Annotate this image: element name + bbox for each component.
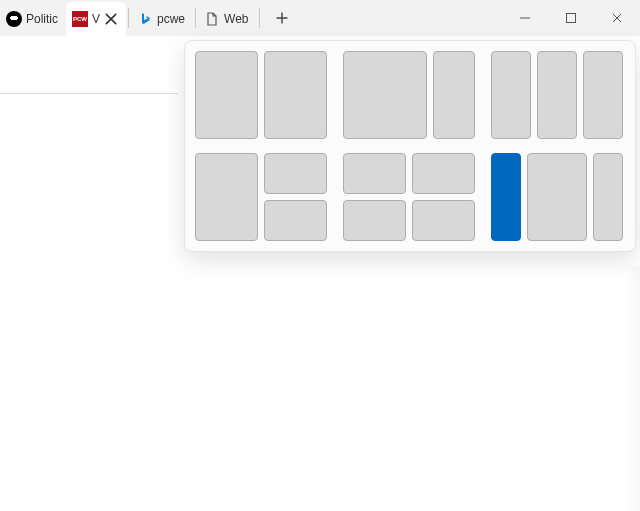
- snap-zone[interactable]: [433, 51, 475, 139]
- snap-layout-two-columns[interactable]: [195, 51, 327, 139]
- snap-layout-three-columns[interactable]: [491, 51, 623, 139]
- snap-zone[interactable]: [412, 200, 475, 241]
- snap-zone[interactable]: [412, 153, 475, 194]
- page-icon: [204, 11, 220, 27]
- toolbar-placeholder: [0, 36, 178, 94]
- snap-zone-selected[interactable]: [491, 153, 521, 241]
- tab-pcw[interactable]: PCW V: [66, 2, 126, 36]
- tab-label: V: [92, 12, 100, 26]
- svg-rect-0: [567, 14, 576, 23]
- snap-zone[interactable]: [343, 51, 427, 139]
- tab-separator: [195, 8, 196, 28]
- snap-zone[interactable]: [527, 153, 587, 241]
- new-tab-button[interactable]: [268, 4, 296, 32]
- vertical-scrollbar[interactable]: [626, 266, 640, 511]
- snap-layouts-flyout: [184, 40, 636, 252]
- abc-logo-icon: [6, 11, 22, 27]
- tab-label: Politic: [26, 12, 58, 26]
- snap-layout-quadrants[interactable]: [343, 153, 475, 241]
- snap-zone[interactable]: [491, 51, 531, 139]
- tab-bing-search[interactable]: pcwe: [131, 2, 193, 36]
- tab-separator: [259, 8, 260, 28]
- title-bar: Politic PCW V pcwe Web: [0, 0, 640, 36]
- content-area: [0, 36, 640, 511]
- snap-zone[interactable]: [583, 51, 623, 139]
- tab-separator: [128, 8, 129, 28]
- snap-zone[interactable]: [343, 200, 406, 241]
- close-tab-button[interactable]: [104, 12, 118, 26]
- maximize-button[interactable]: [548, 0, 594, 36]
- snap-layout-left-half-right-stack[interactable]: [195, 153, 327, 241]
- tab-label: Web: [224, 12, 248, 26]
- snap-zone[interactable]: [593, 153, 623, 241]
- snap-zone[interactable]: [195, 51, 258, 139]
- close-window-button[interactable]: [594, 0, 640, 36]
- tab-politics[interactable]: Politic: [0, 2, 66, 36]
- window-controls: [502, 0, 640, 36]
- snap-layout-narrow-wide-narrow[interactable]: [491, 153, 623, 241]
- bing-logo-icon: [137, 11, 153, 27]
- snap-zone[interactable]: [264, 153, 327, 194]
- snap-zone[interactable]: [195, 153, 258, 241]
- pcw-logo-icon: PCW: [72, 11, 88, 27]
- snap-layout-two-thirds-one-third[interactable]: [343, 51, 475, 139]
- snap-zone[interactable]: [264, 51, 327, 139]
- snap-zone[interactable]: [343, 153, 406, 194]
- tab-web[interactable]: Web: [198, 2, 256, 36]
- snap-zone[interactable]: [264, 200, 327, 241]
- tab-strip: Politic PCW V pcwe Web: [0, 0, 296, 36]
- snap-zone[interactable]: [537, 51, 577, 139]
- tab-label: pcwe: [157, 12, 185, 26]
- minimize-button[interactable]: [502, 0, 548, 36]
